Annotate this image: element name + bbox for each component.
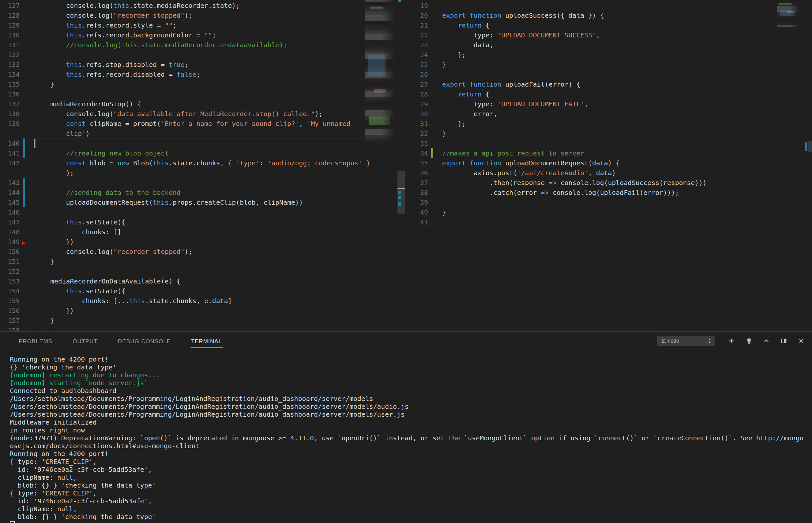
code-line-27[interactable]: 27export function uploadFail(error) { bbox=[406, 79, 812, 89]
line-number[interactable]: 32 bbox=[406, 129, 428, 139]
code-line-137[interactable]: 137 mediaRecorderOnStop() { bbox=[0, 99, 406, 109]
line-number[interactable]: 155 bbox=[0, 296, 20, 306]
code-line-23[interactable]: 23 data, bbox=[406, 40, 812, 50]
new-terminal-icon[interactable] bbox=[728, 337, 735, 344]
code-line-133[interactable]: 133 this.refs.stop.disabled = true; bbox=[0, 60, 406, 70]
line-number[interactable]: 143 bbox=[0, 178, 20, 188]
line-number[interactable]: 29 bbox=[406, 99, 428, 109]
line-number[interactable]: 37 bbox=[406, 178, 428, 188]
code-area-left[interactable]: 127 console.log(this.state.mediaRecorder… bbox=[0, 1, 406, 331]
code-line-152[interactable]: 152 bbox=[0, 266, 406, 276]
code-line-148[interactable]: 148 chunks: [] bbox=[0, 227, 406, 237]
line-number[interactable]: 38 bbox=[406, 188, 428, 198]
line-number[interactable]: 23 bbox=[406, 40, 428, 50]
code-line-136[interactable]: 136 bbox=[0, 89, 406, 99]
line-number[interactable]: 33 bbox=[406, 139, 428, 148]
code-line-146[interactable]: 146 bbox=[0, 208, 406, 217]
code-line-wrap[interactable]: ); bbox=[0, 168, 406, 178]
line-number[interactable]: 149 bbox=[0, 237, 20, 247]
line-number[interactable]: 30 bbox=[406, 109, 428, 119]
code-line-149[interactable]: 149 }) bbox=[0, 237, 406, 247]
line-number[interactable]: 31 bbox=[406, 119, 428, 129]
line-number[interactable]: 21 bbox=[406, 20, 428, 30]
code-line-36[interactable]: 36 axios.post('/api/createAudio', data) bbox=[406, 168, 812, 178]
code-line-139[interactable]: 139 const clipName = prompt('Enter a nam… bbox=[0, 119, 406, 129]
line-number[interactable]: 158 bbox=[0, 325, 20, 331]
code-line-38[interactable]: 38 .catch(error => console.log(uploadFai… bbox=[406, 188, 812, 198]
code-line-128[interactable]: 128 console.log("recorder stopped"); bbox=[0, 11, 406, 20]
code-line-29[interactable]: 29 type: 'UPLOAD_DOCUMENT_FAIL', bbox=[406, 99, 812, 109]
editor-pane-right[interactable]: 1920export function uploadSuccess({ data… bbox=[406, 0, 812, 331]
code-line-145[interactable]: 145 uploadDocumentRequest(this.props.cre… bbox=[0, 198, 406, 208]
code-line-24[interactable]: 24 }; bbox=[406, 50, 812, 60]
line-number[interactable]: 134 bbox=[0, 70, 20, 79]
line-number[interactable]: 133 bbox=[0, 60, 20, 70]
line-number[interactable]: 36 bbox=[406, 168, 428, 178]
line-number[interactable]: 137 bbox=[0, 99, 20, 109]
tab-debug-console[interactable]: DEBUG CONSOLE bbox=[117, 334, 171, 348]
line-number[interactable]: 27 bbox=[406, 79, 428, 89]
line-number[interactable]: 151 bbox=[0, 257, 20, 266]
line-number[interactable]: 35 bbox=[406, 158, 428, 168]
line-number[interactable]: 147 bbox=[0, 217, 20, 227]
code-line-147[interactable]: 147 this.setState({ bbox=[0, 217, 406, 227]
code-line-135[interactable]: 135 } bbox=[0, 79, 406, 89]
minimap-left[interactable] bbox=[365, 0, 396, 143]
line-number[interactable]: 145 bbox=[0, 198, 20, 208]
code-line-158[interactable]: 158 bbox=[0, 325, 406, 331]
code-line-150[interactable]: 150 console.log("recorder stopped"); bbox=[0, 247, 406, 257]
collapse-panel-icon[interactable] bbox=[763, 337, 770, 344]
code-line-155[interactable]: 155 chunks: [...this.state.chunks, e.dat… bbox=[0, 296, 406, 306]
line-number[interactable]: 153 bbox=[0, 276, 20, 286]
code-line-144[interactable]: 144 //sending data to the backend bbox=[0, 188, 406, 198]
code-line-32[interactable]: 32} bbox=[406, 129, 812, 139]
line-number[interactable]: 40 bbox=[406, 208, 428, 217]
minimap-right[interactable] bbox=[777, 1, 800, 27]
line-number[interactable]: 148 bbox=[0, 227, 20, 237]
code-line-25[interactable]: 25} bbox=[406, 60, 812, 70]
code-line-130[interactable]: 130 this.refs.record.backgroundColor = "… bbox=[0, 30, 406, 40]
code-line-132[interactable]: 132 bbox=[0, 50, 406, 60]
kill-terminal-icon[interactable] bbox=[745, 337, 753, 344]
tab-output[interactable]: OUTPUT bbox=[72, 334, 98, 348]
line-number[interactable]: 146 bbox=[0, 208, 20, 217]
code-line-138[interactable]: 138 console.log("data available after Me… bbox=[0, 109, 406, 119]
code-line-127[interactable]: 127 console.log(this.state.mediaRecorder… bbox=[0, 1, 406, 11]
line-number[interactable]: 150 bbox=[0, 247, 20, 257]
code-line-20[interactable]: 20export function uploadSuccess({ data }… bbox=[406, 11, 812, 20]
code-line-157[interactable]: 157 } bbox=[0, 315, 406, 325]
terminal-picker-dropdown[interactable]: 2: node bbox=[657, 336, 715, 346]
code-line-28[interactable]: 28 return { bbox=[406, 89, 812, 99]
editor-pane-left[interactable]: 127 console.log(this.state.mediaRecorder… bbox=[0, 0, 406, 331]
line-number[interactable]: 142 bbox=[0, 158, 20, 168]
code-line-41[interactable]: 41 bbox=[406, 217, 812, 227]
line-number[interactable]: 131 bbox=[0, 40, 20, 50]
code-line-wrap[interactable]: clip') bbox=[0, 129, 406, 139]
terminal-output[interactable]: Running on the 4200 port!{} 'checking th… bbox=[0, 350, 812, 523]
code-area-right[interactable]: 1920export function uploadSuccess({ data… bbox=[406, 1, 812, 227]
line-number[interactable]: 39 bbox=[406, 198, 428, 208]
code-line-31[interactable]: 31 }; bbox=[406, 119, 812, 129]
code-line-153[interactable]: 153 mediaRecorderOnDataAvailable(e) { bbox=[0, 276, 406, 286]
line-number[interactable]: 25 bbox=[406, 60, 428, 70]
line-number[interactable]: 154 bbox=[0, 286, 20, 296]
code-line-26[interactable]: 26 bbox=[406, 70, 812, 79]
line-number[interactable]: 141 bbox=[0, 148, 20, 158]
line-number[interactable]: 26 bbox=[406, 70, 428, 79]
code-line-39[interactable]: 39 bbox=[406, 198, 812, 208]
line-number[interactable]: 136 bbox=[0, 89, 20, 99]
code-line-37[interactable]: 37 .then(response => console.log(uploadS… bbox=[406, 178, 812, 188]
code-line-140[interactable]: 140 bbox=[0, 139, 406, 148]
line-number[interactable]: 20 bbox=[406, 11, 428, 20]
line-number[interactable]: 28 bbox=[406, 89, 428, 99]
code-line-19[interactable]: 19 bbox=[406, 1, 812, 11]
code-line-30[interactable]: 30 error, bbox=[406, 109, 812, 119]
code-line-154[interactable]: 154 this.setState({ bbox=[0, 286, 406, 296]
line-number[interactable]: 139 bbox=[0, 119, 20, 129]
line-number[interactable]: 157 bbox=[0, 315, 20, 325]
line-number[interactable]: 41 bbox=[406, 217, 428, 227]
line-number[interactable]: 34 bbox=[406, 148, 428, 158]
line-number[interactable]: 140 bbox=[0, 139, 20, 148]
line-number[interactable]: 130 bbox=[0, 30, 20, 40]
line-number[interactable]: 156 bbox=[0, 306, 20, 315]
